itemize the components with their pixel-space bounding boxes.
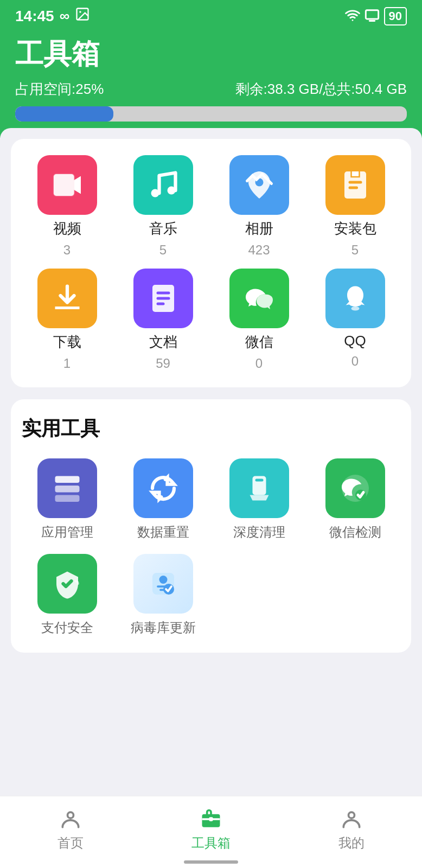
wechatcheck-label: 微信检测 <box>329 524 381 541</box>
deepclean-label: 深度清理 <box>233 524 285 541</box>
tool-item-virusupdate[interactable]: 病毒库更新 <box>118 554 208 636</box>
svg-rect-22 <box>255 479 263 482</box>
appmanage-label: 应用管理 <box>41 524 93 541</box>
svg-point-26 <box>159 576 167 584</box>
datareset-icon <box>133 458 193 518</box>
tools-title: 实用工具 <box>22 416 400 442</box>
toolbox-icon <box>199 807 223 831</box>
music-icon <box>133 155 193 215</box>
status-right-icons: 90 <box>345 7 407 25</box>
nav-item-home[interactable]: 首页 <box>38 807 103 852</box>
svg-rect-20 <box>55 495 79 502</box>
virusupdate-icon <box>133 554 193 614</box>
qq-icon <box>325 269 385 328</box>
apk-count: 5 <box>351 242 359 258</box>
storage-progress-bar <box>15 106 407 122</box>
docs-count: 59 <box>156 356 170 371</box>
bottom-nav: 首页 工具箱 我的 <box>0 796 422 868</box>
paysafe-label: 支付安全 <box>41 619 93 636</box>
wechatcheck-icon <box>325 458 385 518</box>
photo-icon <box>229 155 289 215</box>
file-item-download[interactable]: 下载 1 <box>22 269 112 371</box>
qq-count: 0 <box>351 354 359 369</box>
gallery-icon <box>75 7 90 25</box>
wechat-label: 微信 <box>245 333 273 352</box>
paysafe-icon <box>37 554 97 614</box>
file-item-wechat[interactable]: 微信 0 <box>214 269 304 371</box>
page-title: 工具箱 <box>15 35 407 73</box>
svg-rect-2 <box>366 10 378 18</box>
wechat-count: 0 <box>255 356 263 371</box>
tool-item-datareset[interactable]: 数据重置 <box>118 458 208 541</box>
tool-item-paysafe[interactable]: 支付安全 <box>22 554 112 636</box>
nav-toolbox-label: 工具箱 <box>191 834 231 852</box>
svg-rect-19 <box>55 486 79 493</box>
file-item-qq[interactable]: QQ 0 <box>310 269 400 371</box>
battery-icon: 90 <box>384 7 407 25</box>
home-icon <box>59 807 82 831</box>
datareset-label: 数据重置 <box>137 524 189 541</box>
storage-progress-fill <box>15 106 113 122</box>
status-time: 14:45 <box>15 8 54 25</box>
video-label: 视频 <box>53 219 81 238</box>
wifi-icon <box>345 8 360 25</box>
file-grid: 视频 3 音乐 5 <box>22 155 400 371</box>
apk-icon <box>325 155 385 215</box>
tool-item-appmanage[interactable]: 应用管理 <box>22 458 112 541</box>
header: 工具箱 占用空间:25% 剩余:38.3 GB/总共:50.4 GB <box>0 30 422 138</box>
svg-point-1 <box>79 11 81 13</box>
file-item-photo[interactable]: 相册 423 <box>214 155 304 258</box>
file-item-docs[interactable]: 文档 59 <box>118 269 208 371</box>
music-label: 音乐 <box>149 219 177 238</box>
docs-icon <box>133 269 193 328</box>
profile-icon <box>340 807 363 831</box>
tools-card: 实用工具 应用管理 <box>11 399 411 653</box>
photo-count: 423 <box>248 242 270 258</box>
apk-label: 安装包 <box>334 219 376 238</box>
tools-grid: 应用管理 数据重置 <box>22 458 400 636</box>
screen-icon <box>365 8 380 25</box>
tool-item-wechatcheck[interactable]: 微信检测 <box>310 458 400 541</box>
storage-remain: 剩余:38.3 GB/总共:50.4 GB <box>235 80 407 99</box>
svg-rect-31 <box>209 817 213 821</box>
svg-point-17 <box>351 307 359 311</box>
photo-label: 相册 <box>245 219 273 238</box>
deepclean-icon <box>229 458 289 518</box>
download-label: 下载 <box>53 333 81 352</box>
storage-info: 占用空间:25% 剩余:38.3 GB/总共:50.4 GB <box>15 80 407 99</box>
nav-item-profile[interactable]: 我的 <box>319 807 384 852</box>
svg-rect-18 <box>55 476 79 483</box>
svg-point-32 <box>349 812 355 818</box>
file-item-music[interactable]: 音乐 5 <box>118 155 208 258</box>
nav-home-label: 首页 <box>57 834 84 852</box>
virusupdate-label: 病毒库更新 <box>131 619 196 636</box>
qq-label: QQ <box>344 333 366 349</box>
music-count: 5 <box>159 242 167 258</box>
status-time-area: 14:45 ∞ <box>15 7 90 25</box>
svg-rect-5 <box>54 174 74 196</box>
svg-point-8 <box>167 187 175 195</box>
video-count: 3 <box>63 242 71 258</box>
storage-used: 占用空间:25% <box>15 80 104 99</box>
infinity-icon: ∞ <box>60 8 70 24</box>
download-icon <box>37 269 97 328</box>
download-count: 1 <box>63 356 71 371</box>
appmanage-icon <box>37 458 97 518</box>
wechat-icon <box>229 269 289 328</box>
nav-indicator <box>184 860 238 864</box>
status-bar: 14:45 ∞ 90 <box>0 0 422 30</box>
nav-profile-label: 我的 <box>338 834 365 852</box>
file-categories-card: 视频 3 音乐 5 <box>11 139 411 387</box>
main-content: 视频 3 音乐 5 <box>0 128 422 751</box>
svg-point-28 <box>67 812 73 818</box>
nav-item-toolbox[interactable]: 工具箱 <box>178 807 244 852</box>
file-item-video[interactable]: 视频 3 <box>22 155 112 258</box>
file-item-apk[interactable]: 安装包 5 <box>310 155 400 258</box>
docs-label: 文档 <box>149 333 177 352</box>
tool-item-deepclean[interactable]: 深度清理 <box>214 458 304 541</box>
video-icon <box>37 155 97 215</box>
svg-point-7 <box>151 189 159 197</box>
